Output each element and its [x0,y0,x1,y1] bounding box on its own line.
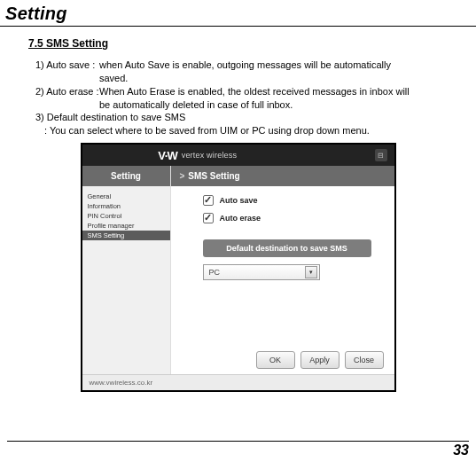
footer-url: www.vwireless.co.kr [82,374,394,390]
breadcrumb-label: SMS Setting [188,171,239,181]
sidebar-item-profile-manager[interactable]: Profile manager [82,221,170,231]
sidebar: Setting General Information PIN Control … [82,166,171,374]
main-panel: >SMS Setting Auto save Auto erase Defaul… [171,166,394,374]
app-screenshot: V·W vertex wireless ⊟ Setting General In… [81,143,396,392]
brand-text: vertex wireless [182,151,238,160]
auto-erase-label: Auto erase [220,214,261,223]
destination-label: Default destination to save SMS [203,239,371,257]
auto-erase-checkbox[interactable] [203,213,214,223]
body-text: 1) Auto save : when Auto Save is enable,… [35,59,458,137]
auto-save-row: Auto save [203,195,380,206]
section-heading: 7.5 SMS Setting [28,37,476,50]
dropdown-value: PC [209,268,221,277]
sidebar-header: Setting [82,166,170,186]
sidebar-item-pin-control[interactable]: PIN Control [82,211,170,221]
item-2-desc-cont: be automatically deleted in case of full… [99,98,458,112]
sidebar-item-general[interactable]: General [82,192,170,201]
blank [35,72,99,85]
item-3-line1: 3) Default destination to save SMS [35,111,458,124]
auto-save-label: Auto save [220,196,258,205]
sidebar-item-sms-setting[interactable]: SMS Setting [82,231,170,240]
destination-dropdown[interactable]: PC ▾ [203,264,320,280]
close-button[interactable]: Close [345,351,384,369]
item-3-line2: : You can select where to be saved from … [44,124,458,137]
item-1-desc: when Auto Save is enable, outgoing messa… [99,59,458,72]
ok-button[interactable]: OK [256,351,295,369]
apply-button[interactable]: Apply [300,351,339,369]
auto-save-checkbox[interactable] [203,195,214,206]
brand: V·W vertex wireless [158,149,237,162]
page-number: 33 [7,441,469,458]
sidebar-item-information[interactable]: Information [82,201,170,211]
item-1-label: 1) Auto save : [35,59,99,72]
breadcrumb: >SMS Setting [171,166,394,186]
blank [35,98,99,112]
item-2-label: 2) Auto erase : [35,85,99,98]
chevron-right-icon: > [180,171,185,181]
chevron-down-icon[interactable]: ▾ [305,266,317,278]
auto-erase-row: Auto erase [203,213,380,223]
page-title: Setting [0,0,476,27]
item-1-desc-cont: saved. [99,72,458,85]
titlebar: V·W vertex wireless ⊟ [82,145,394,166]
brand-logo-icon: V·W [158,149,177,162]
sidebar-list: General Information PIN Control Profile … [82,186,170,240]
minimize-icon[interactable]: ⊟ [375,149,387,161]
item-2-desc: When Auto Erase is enabled, the oldest r… [99,85,458,98]
button-row: OK Apply Close [171,351,394,369]
